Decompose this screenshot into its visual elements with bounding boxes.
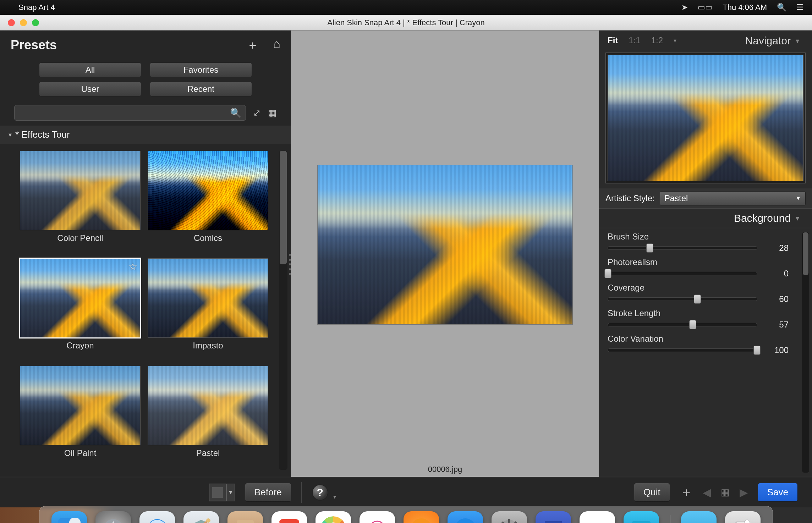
window-zoom-button[interactable] xyxy=(32,19,39,26)
tab-recent[interactable]: Recent xyxy=(150,82,252,97)
favorite-star-icon[interactable]: ☆ xyxy=(128,261,137,272)
preset-item-impasto[interactable]: Impasto xyxy=(148,258,268,362)
window-titlebar: Alien Skin Snap Art 4 | * Effects Tour |… xyxy=(0,15,812,31)
dock-downloads-icon[interactable] xyxy=(681,511,717,523)
slider-thumb[interactable] xyxy=(689,320,696,329)
save-button[interactable]: Save xyxy=(758,483,798,502)
slider-track[interactable] xyxy=(608,297,757,301)
slider-photorealism: Photorealism0 xyxy=(608,257,789,279)
grid-icon[interactable]: ▦ xyxy=(721,487,730,498)
svg-rect-13 xyxy=(279,519,299,523)
svg-point-9 xyxy=(206,518,210,523)
dock-separator xyxy=(670,515,670,523)
spotlight-icon[interactable]: 🔍 xyxy=(777,3,786,12)
svg-point-47 xyxy=(744,520,750,523)
dock-calendar-icon[interactable]: 5 xyxy=(271,511,307,523)
slider-brush-size: Brush Size28 xyxy=(608,232,789,253)
presets-title: Presets xyxy=(11,38,57,53)
add-preset-icon[interactable]: ＋ xyxy=(247,37,259,53)
grid-view-icon[interactable]: ▦ xyxy=(268,108,277,119)
slider-track[interactable] xyxy=(608,323,757,326)
prev-image-icon[interactable]: ◀ xyxy=(703,486,711,499)
tab-all[interactable]: All xyxy=(39,62,141,77)
preset-label: Comics xyxy=(194,233,222,243)
notification-center-icon[interactable]: ☰ xyxy=(796,3,803,12)
dock-sysprefs-icon[interactable] xyxy=(492,511,527,523)
dock-trash-icon[interactable] xyxy=(725,511,761,523)
preset-label: Crayon xyxy=(66,341,94,351)
navigator-preview[interactable] xyxy=(605,53,806,183)
menubar-clock[interactable]: Thu 4:06 AM xyxy=(723,3,767,12)
slider-thumb[interactable] xyxy=(604,269,611,278)
next-image-icon[interactable]: ▶ xyxy=(740,486,748,499)
preview-image[interactable] xyxy=(317,165,573,325)
menubar-app-name[interactable]: Snap Art 4 xyxy=(18,3,55,12)
help-dropdown-icon[interactable]: ▾ xyxy=(333,494,336,500)
dock-box-icon[interactable] xyxy=(536,511,571,523)
preset-item-oil-paint[interactable]: Oil Paint xyxy=(20,366,141,470)
preset-scrollbar[interactable] xyxy=(279,151,287,470)
tab-user[interactable]: User xyxy=(39,82,141,97)
toolbar-divider xyxy=(301,482,302,503)
dock-contacts-icon[interactable] xyxy=(227,511,263,523)
presets-panel: Presets ＋ ⌂ All Favorites User Recent 🔍 … xyxy=(0,31,291,477)
background-section-menu-icon[interactable]: ▾ xyxy=(796,214,799,222)
window-close-button[interactable] xyxy=(8,19,15,26)
background-color-swatch[interactable] xyxy=(209,484,226,501)
svg-point-19 xyxy=(411,518,432,523)
disclosure-triangle-icon: ▾ xyxy=(9,131,12,139)
preset-item-comics[interactable]: Comics xyxy=(148,151,268,255)
cursor-icon[interactable]: ➤ xyxy=(681,3,688,12)
window-title: Alien Skin Snap Art 4 | * Effects Tour |… xyxy=(0,18,812,27)
dock-display-icon[interactable] xyxy=(624,511,659,523)
slider-stroke-length: Stroke Length57 xyxy=(608,308,789,330)
dock-appstore-icon[interactable] xyxy=(448,511,483,523)
slider-value: 57 xyxy=(764,320,789,330)
add-button-icon[interactable]: ＋ xyxy=(680,484,693,501)
canvas-panel: 00006.jpg xyxy=(291,31,599,477)
dock-safari-icon[interactable] xyxy=(139,511,175,523)
collapse-icon[interactable]: ⤢ xyxy=(253,108,261,119)
slider-label: Color Variation xyxy=(608,334,789,344)
slider-value: 60 xyxy=(764,294,789,304)
artistic-style-select[interactable]: Pastel ▼ xyxy=(660,191,806,205)
quit-button[interactable]: Quit xyxy=(634,483,670,502)
slider-thumb[interactable] xyxy=(646,243,653,253)
background-sliders: Brush Size28Photorealism0Coverage60Strok… xyxy=(599,228,799,477)
dock-finder-icon[interactable] xyxy=(51,511,87,523)
home-icon[interactable]: ⌂ xyxy=(273,37,280,53)
slider-track[interactable] xyxy=(608,348,757,352)
preset-search-input[interactable]: 🔍 xyxy=(14,105,246,121)
window-minimize-button[interactable] xyxy=(20,19,27,26)
bottom-toolbar: ▼ Before ? ▾ Quit ＋ ◀ ▦ ▶ Save xyxy=(0,477,812,507)
displays-icon[interactable]: ▭▭ xyxy=(698,3,713,12)
right-panel-scrollbar[interactable] xyxy=(802,232,809,473)
dock-photos-icon[interactable] xyxy=(316,511,351,523)
svg-rect-10 xyxy=(237,520,254,523)
slider-track[interactable] xyxy=(608,272,757,275)
dock-launchpad-icon[interactable] xyxy=(95,511,131,523)
tab-favorites[interactable]: Favorites xyxy=(150,62,252,77)
dock-notes-icon[interactable] xyxy=(580,511,615,523)
right-panel-scrollbar-thumb[interactable] xyxy=(803,232,808,275)
slider-track[interactable] xyxy=(608,246,757,250)
svg-rect-38 xyxy=(632,521,651,523)
background-color-dropdown[interactable]: ▼ xyxy=(226,484,235,501)
slider-label: Photorealism xyxy=(608,257,789,267)
navigator-title: Navigator xyxy=(745,35,791,47)
preset-item-color-pencil[interactable]: Color Pencil xyxy=(20,151,141,255)
preset-scrollbar-thumb[interactable] xyxy=(280,151,287,264)
slider-thumb[interactable] xyxy=(694,294,701,304)
slider-thumb[interactable] xyxy=(753,346,761,355)
splitter-handle[interactable] xyxy=(289,254,293,275)
preset-category-header[interactable]: ▾ * Effects Tour xyxy=(0,126,291,144)
preset-item-pastel[interactable]: Pastel xyxy=(148,366,268,470)
help-icon[interactable]: ? xyxy=(312,484,328,501)
navigator-menu-icon[interactable]: ▾ xyxy=(796,37,799,45)
dock-ibooks-icon[interactable] xyxy=(404,511,439,523)
dock-music-icon[interactable] xyxy=(360,511,395,523)
search-icon: 🔍 xyxy=(230,108,241,119)
preset-item-crayon[interactable]: ☆Crayon xyxy=(20,258,141,362)
dock-mail-icon[interactable] xyxy=(183,511,219,523)
before-button[interactable]: Before xyxy=(245,483,291,502)
